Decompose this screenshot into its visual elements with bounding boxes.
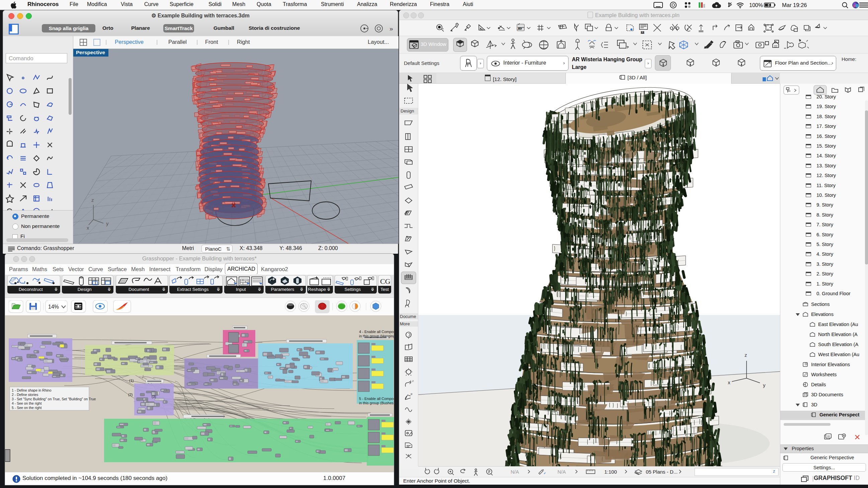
svg-text:CG: CG: [380, 277, 391, 285]
svg-text:z: z: [91, 197, 94, 203]
svg-text:y: y: [763, 382, 766, 388]
svg-text:1:100: 1:100: [604, 469, 617, 475]
svg-text:12: 12: [641, 31, 644, 34]
svg-text:y: y: [106, 220, 109, 226]
svg-text:4 - See on the right: 4 - See on the right: [12, 401, 41, 405]
svg-text:α: α: [410, 392, 412, 396]
svg-text:5 - See on the right: 5 - See on the right: [12, 406, 41, 410]
svg-text:in this group (Hangings): in this group (Hangings): [359, 334, 394, 338]
svg-text:2 - Define stories: 2 - Define stories: [12, 393, 38, 397]
svg-text:x: x: [728, 379, 731, 385]
svg-text:z: z: [773, 468, 775, 474]
svg-text:N/A: N/A: [557, 469, 566, 475]
svg-text:1.2: 1.2: [410, 379, 414, 383]
svg-text:Mar 19:26: Mar 19:26: [782, 2, 807, 8]
svg-text:100%: 100%: [749, 2, 763, 8]
svg-text:14%: 14%: [48, 304, 59, 310]
svg-text:XY: XY: [518, 27, 522, 30]
svg-text:1 - Define shape in Rhino: 1 - Define shape in Rhino: [12, 388, 52, 392]
svg-text:in this group (Bushes): in this group (Bushes): [359, 401, 394, 405]
svg-text:3 - Set "Sync Building" on Tru: 3 - Set "Sync Building" on True, Set "Bu…: [12, 397, 96, 401]
svg-text:(3): (3): [152, 395, 156, 399]
svg-text:»: »: [390, 25, 393, 32]
svg-text:5 - Enable all Components: 5 - Enable all Components: [359, 397, 394, 401]
svg-text:N/A: N/A: [510, 469, 519, 475]
svg-text:(1): (1): [129, 378, 133, 383]
svg-text:z: z: [745, 352, 747, 358]
svg-text:x: x: [87, 225, 89, 231]
svg-text:05 Plans - D...: 05 Plans - D...: [646, 469, 678, 475]
svg-text:(2): (2): [128, 393, 132, 397]
svg-text:4 - Enable all Components: 4 - Enable all Components: [359, 330, 394, 334]
